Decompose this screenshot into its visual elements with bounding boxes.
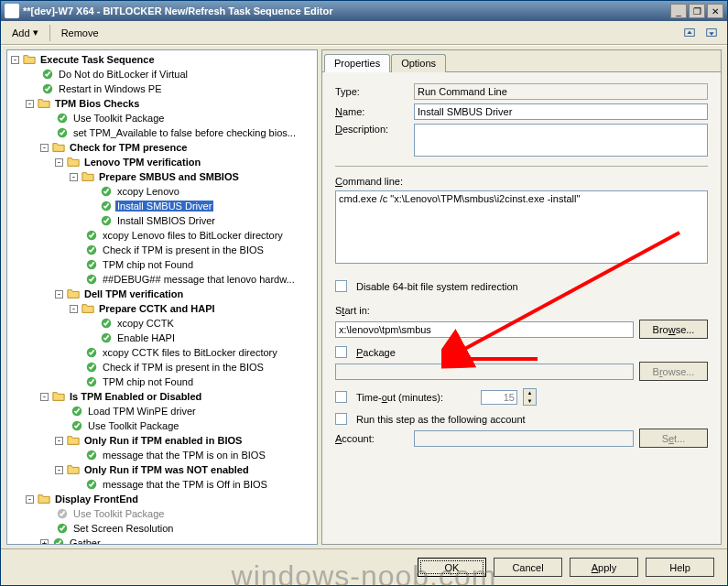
close-button[interactable]: ✕: [707, 4, 723, 18]
ok-button[interactable]: OK: [418, 558, 486, 577]
tree-step[interactable]: message that the TPM is Off in BIOS: [7, 477, 317, 492]
tree-item-label[interactable]: Set Screen Resolution: [71, 523, 175, 534]
expand-toggle[interactable]: -: [70, 173, 78, 181]
tree-step[interactable]: Check if TPM is present in the BIOS: [7, 360, 317, 374]
expand-toggle[interactable]: -: [40, 144, 49, 152]
tree-step[interactable]: Use Toolkit Package: [7, 506, 317, 521]
expand-toggle[interactable]: -: [55, 290, 63, 298]
expand-toggle[interactable]: +: [40, 539, 49, 546]
expand-toggle[interactable]: -: [11, 56, 19, 64]
tree-step[interactable]: ##DEBUG## message that lenovo hardw...: [7, 272, 317, 287]
expand-toggle[interactable]: -: [55, 158, 63, 167]
tree-item-label[interactable]: Is TPM Enabled or Disabled: [68, 391, 203, 402]
expand-toggle[interactable]: -: [55, 466, 63, 474]
tree-item-label[interactable]: Display FrontEnd: [53, 494, 140, 505]
tree-step[interactable]: TPM chip not Found: [7, 374, 317, 389]
tree-item-label[interactable]: Restart in Windows PE: [57, 83, 163, 94]
package-checkbox[interactable]: [335, 346, 347, 358]
tree-item-label[interactable]: xcopy Lenovo files to BitLocker director…: [101, 230, 285, 241]
startin-input[interactable]: [335, 321, 634, 338]
tree-item-label[interactable]: ##DEBUG## message that lenovo hardw...: [101, 274, 297, 285]
tree-group[interactable]: -Lenovo TPM verification: [7, 155, 317, 169]
tree-group[interactable]: -Is TPM Enabled or Disabled: [7, 389, 317, 404]
disable64-checkbox[interactable]: [335, 280, 347, 292]
tree-step[interactable]: +Gather: [7, 536, 317, 545]
expand-toggle[interactable]: -: [26, 100, 34, 108]
tree-item-label[interactable]: TPM chip not Found: [101, 376, 195, 387]
tree-group[interactable]: -Display FrontEnd: [7, 492, 317, 506]
tree-step[interactable]: message that the TPM is on in BIOS: [7, 448, 317, 462]
cancel-button[interactable]: Cancel: [494, 558, 562, 577]
tree-item-label[interactable]: Load TPM WinPE driver: [86, 406, 198, 417]
tree-item-label[interactable]: Gather: [68, 537, 103, 545]
tree-item-label[interactable]: Prepare CCTK and HAPI: [97, 303, 217, 314]
expand-toggle[interactable]: -: [40, 393, 49, 401]
timeout-checkbox[interactable]: [335, 391, 347, 403]
tree-item-label[interactable]: TPM Bios Checks: [53, 98, 141, 109]
move-up-icon[interactable]: [679, 24, 700, 42]
tree-step[interactable]: Install SMBIOS Driver: [7, 213, 317, 228]
expand-toggle[interactable]: -: [26, 495, 34, 504]
remove-button[interactable]: Remove: [56, 26, 104, 40]
tree-step[interactable]: Use Toolkit Package: [7, 418, 317, 433]
task-sequence-tree[interactable]: -Execute Task SequenceDo Not do BitLocke…: [6, 49, 318, 545]
tree-group[interactable]: -Dell TPM verification: [7, 287, 317, 301]
tree-group[interactable]: -Only Run if TPM was NOT enabled: [7, 462, 317, 477]
tree-item-label[interactable]: Use Toolkit Package: [86, 420, 180, 431]
tree-step[interactable]: Do Not do BitLocker if Virtual: [7, 67, 317, 81]
tree-step[interactable]: xcopy CCTK: [7, 316, 317, 331]
tree-step[interactable]: Load TPM WinPE driver: [7, 404, 317, 418]
tree-item-label[interactable]: Check for TPM presence: [68, 142, 189, 153]
tree-item-label[interactable]: Install SMBIOS Driver: [115, 215, 217, 226]
restore-button[interactable]: ❐: [689, 4, 705, 18]
tree-step[interactable]: xcopy CCTK files to BitLocker directory: [7, 345, 317, 360]
tree-step[interactable]: Set Screen Resolution: [7, 521, 317, 536]
tab-properties[interactable]: Properties: [324, 54, 390, 72]
tree-item-label[interactable]: Lenovo TPM verification: [82, 157, 202, 168]
expand-toggle[interactable]: -: [55, 437, 63, 445]
tree-item-label[interactable]: xcopy CCTK: [115, 318, 176, 329]
tree-item-label[interactable]: message that the TPM is Off in BIOS: [101, 479, 269, 490]
tree-item-label[interactable]: Dell TPM verification: [82, 288, 185, 299]
help-button[interactable]: Help: [646, 558, 714, 577]
tree-item-label[interactable]: Enable HAPI: [115, 332, 177, 343]
tree-step[interactable]: Restart in Windows PE: [7, 81, 317, 96]
tree-step[interactable]: Check if TPM is present in the BIOS: [7, 243, 317, 257]
tree-item-label[interactable]: Check if TPM is present in the BIOS: [101, 362, 266, 373]
tree-item-label[interactable]: set TPM_Available to false before checki…: [71, 127, 298, 138]
tree-step[interactable]: Use Toolkit Package: [7, 111, 317, 125]
tree-item-label[interactable]: Execute Task Sequence: [38, 54, 157, 65]
tree-step[interactable]: xcopy Lenovo files to BitLocker director…: [7, 228, 317, 243]
commandline-input[interactable]: cmd.exe /c "x:\Lenovo\TPM\smbus\i2cinst.…: [335, 190, 708, 264]
tree-group[interactable]: -Only Run if TPM enabled in BIOS: [7, 433, 317, 448]
description-input[interactable]: [414, 124, 708, 157]
tree-step[interactable]: TPM chip not Found: [7, 257, 317, 272]
browse-startin-button[interactable]: Browse...: [639, 320, 708, 339]
apply-button[interactable]: Apply: [570, 558, 638, 577]
tree-step[interactable]: Enable HAPI: [7, 331, 317, 345]
tree-item-label[interactable]: Do Not do BitLocker if Virtual: [57, 69, 190, 80]
name-input[interactable]: [414, 103, 708, 120]
tree-item-label[interactable]: Install SMBUS Driver: [115, 201, 213, 212]
minimize-button[interactable]: _: [670, 4, 687, 18]
expand-toggle[interactable]: -: [70, 305, 78, 313]
tree-item-label[interactable]: Check if TPM is present in the BIOS: [101, 244, 266, 255]
tree-item-label[interactable]: Use Toolkit Package: [71, 508, 166, 519]
tree-step[interactable]: Install SMBUS Driver: [7, 199, 317, 213]
tree-group[interactable]: -Prepare CCTK and HAPI: [7, 301, 317, 316]
runas-checkbox[interactable]: [335, 413, 347, 425]
tree-group[interactable]: -TPM Bios Checks: [7, 96, 317, 111]
tree-step[interactable]: set TPM_Available to false before checki…: [7, 125, 317, 140]
add-menu[interactable]: Add ▾: [6, 25, 44, 40]
tree-item-label[interactable]: xcopy Lenovo: [115, 186, 181, 197]
tree-group[interactable]: -Check for TPM presence: [7, 140, 317, 155]
tree-step[interactable]: xcopy Lenovo: [7, 184, 317, 199]
tree-item-label[interactable]: Only Run if TPM enabled in BIOS: [82, 435, 244, 446]
tree-group[interactable]: -Prepare SMBUS and SMBIOS: [7, 169, 317, 184]
tree-group[interactable]: -Execute Task Sequence: [7, 52, 317, 67]
tree-item-label[interactable]: xcopy CCTK files to BitLocker directory: [101, 347, 279, 358]
move-down-icon[interactable]: [701, 24, 722, 42]
tree-item-label[interactable]: Use Toolkit Package: [71, 113, 166, 124]
tab-options[interactable]: Options: [391, 54, 446, 72]
tree-item-label[interactable]: Prepare SMBUS and SMBIOS: [97, 171, 241, 182]
